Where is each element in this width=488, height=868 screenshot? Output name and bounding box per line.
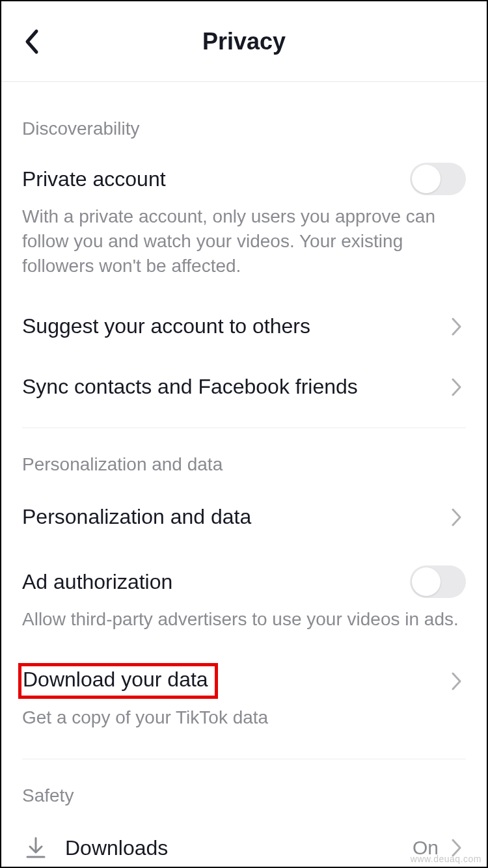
private-account-label: Private account bbox=[22, 167, 166, 191]
chevron-left-icon bbox=[23, 29, 39, 55]
download-data-desc: Get a copy of your TikTok data bbox=[22, 705, 466, 730]
downloads-label: Downloads bbox=[65, 836, 168, 860]
chevron-right-icon bbox=[448, 318, 466, 336]
row-download-data[interactable]: Download your data Get a copy of your Ti… bbox=[1, 632, 487, 730]
section-header-discoverability: Discoverability bbox=[1, 82, 487, 139]
row-ad-authorization[interactable]: Ad authorization Allow third-party adver… bbox=[1, 529, 487, 632]
download-icon bbox=[22, 836, 49, 860]
chevron-right-icon bbox=[448, 672, 466, 690]
section-header-safety: Safety bbox=[1, 759, 487, 806]
private-account-toggle[interactable] bbox=[410, 163, 466, 195]
header-bar: Privacy bbox=[1, 1, 487, 82]
suggest-account-label: Suggest your account to others bbox=[22, 314, 310, 338]
private-account-desc: With a private account, only users you a… bbox=[22, 204, 466, 278]
ad-auth-label: Ad authorization bbox=[22, 570, 172, 594]
chevron-right-icon bbox=[448, 508, 466, 526]
back-button[interactable] bbox=[17, 27, 46, 56]
sync-contacts-label: Sync contacts and Facebook friends bbox=[22, 375, 358, 399]
row-suggest-account[interactable]: Suggest your account to others bbox=[1, 278, 487, 338]
highlight-annotation: Download your data bbox=[18, 663, 218, 699]
row-personalization[interactable]: Personalization and data bbox=[1, 475, 487, 529]
toggle-knob bbox=[412, 165, 441, 193]
toggle-knob bbox=[412, 567, 441, 596]
download-data-label: Download your data bbox=[23, 668, 208, 691]
chevron-right-icon bbox=[448, 378, 466, 396]
ad-auth-toggle[interactable] bbox=[410, 565, 466, 598]
row-sync-contacts[interactable]: Sync contacts and Facebook friends bbox=[1, 338, 487, 399]
row-downloads[interactable]: Downloads On bbox=[1, 806, 487, 860]
section-header-personalization: Personalization and data bbox=[1, 428, 487, 475]
page-title: Privacy bbox=[202, 28, 286, 55]
ad-auth-desc: Allow third-party advertisers to use you… bbox=[22, 607, 466, 632]
personalization-label: Personalization and data bbox=[22, 505, 251, 529]
row-private-account[interactable]: Private account With a private account, … bbox=[1, 139, 487, 278]
watermark: www.deuaq.com bbox=[411, 854, 481, 864]
